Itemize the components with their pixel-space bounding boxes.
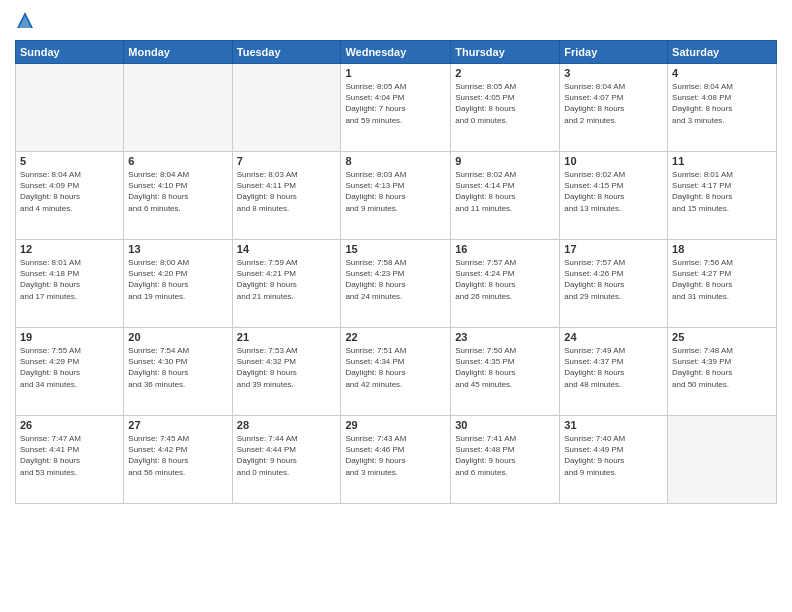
day-cell: 26Sunrise: 7:47 AMSunset: 4:41 PMDayligh…	[16, 416, 124, 504]
day-cell: 15Sunrise: 7:58 AMSunset: 4:23 PMDayligh…	[341, 240, 451, 328]
day-info: Sunrise: 7:50 AMSunset: 4:35 PMDaylight:…	[455, 345, 555, 390]
day-number: 27	[128, 419, 227, 431]
day-number: 11	[672, 155, 772, 167]
day-number: 26	[20, 419, 119, 431]
day-cell: 24Sunrise: 7:49 AMSunset: 4:37 PMDayligh…	[560, 328, 668, 416]
day-number: 3	[564, 67, 663, 79]
weekday-header-wednesday: Wednesday	[341, 41, 451, 64]
day-number: 8	[345, 155, 446, 167]
day-info: Sunrise: 7:41 AMSunset: 4:48 PMDaylight:…	[455, 433, 555, 478]
day-number: 23	[455, 331, 555, 343]
day-info: Sunrise: 8:01 AMSunset: 4:17 PMDaylight:…	[672, 169, 772, 214]
day-number: 5	[20, 155, 119, 167]
header	[15, 10, 777, 32]
day-cell	[124, 64, 232, 152]
day-cell: 23Sunrise: 7:50 AMSunset: 4:35 PMDayligh…	[451, 328, 560, 416]
day-number: 10	[564, 155, 663, 167]
week-row-2: 5Sunrise: 8:04 AMSunset: 4:09 PMDaylight…	[16, 152, 777, 240]
day-cell	[16, 64, 124, 152]
day-cell: 29Sunrise: 7:43 AMSunset: 4:46 PMDayligh…	[341, 416, 451, 504]
day-number: 30	[455, 419, 555, 431]
day-info: Sunrise: 8:02 AMSunset: 4:14 PMDaylight:…	[455, 169, 555, 214]
day-info: Sunrise: 8:05 AMSunset: 4:05 PMDaylight:…	[455, 81, 555, 126]
day-cell: 1Sunrise: 8:05 AMSunset: 4:04 PMDaylight…	[341, 64, 451, 152]
day-number: 20	[128, 331, 227, 343]
day-number: 4	[672, 67, 772, 79]
weekday-header-sunday: Sunday	[16, 41, 124, 64]
day-cell	[232, 64, 341, 152]
weekday-header-friday: Friday	[560, 41, 668, 64]
day-cell: 22Sunrise: 7:51 AMSunset: 4:34 PMDayligh…	[341, 328, 451, 416]
week-row-5: 26Sunrise: 7:47 AMSunset: 4:41 PMDayligh…	[16, 416, 777, 504]
day-cell: 16Sunrise: 7:57 AMSunset: 4:24 PMDayligh…	[451, 240, 560, 328]
day-number: 17	[564, 243, 663, 255]
day-cell: 3Sunrise: 8:04 AMSunset: 4:07 PMDaylight…	[560, 64, 668, 152]
day-cell: 27Sunrise: 7:45 AMSunset: 4:42 PMDayligh…	[124, 416, 232, 504]
day-info: Sunrise: 8:03 AMSunset: 4:13 PMDaylight:…	[345, 169, 446, 214]
day-cell	[668, 416, 777, 504]
day-cell: 11Sunrise: 8:01 AMSunset: 4:17 PMDayligh…	[668, 152, 777, 240]
weekday-header-thursday: Thursday	[451, 41, 560, 64]
day-number: 28	[237, 419, 337, 431]
day-cell: 28Sunrise: 7:44 AMSunset: 4:44 PMDayligh…	[232, 416, 341, 504]
day-number: 22	[345, 331, 446, 343]
weekday-header-monday: Monday	[124, 41, 232, 64]
day-info: Sunrise: 7:56 AMSunset: 4:27 PMDaylight:…	[672, 257, 772, 302]
day-number: 14	[237, 243, 337, 255]
day-info: Sunrise: 8:00 AMSunset: 4:20 PMDaylight:…	[128, 257, 227, 302]
day-cell: 25Sunrise: 7:48 AMSunset: 4:39 PMDayligh…	[668, 328, 777, 416]
day-number: 7	[237, 155, 337, 167]
day-info: Sunrise: 7:43 AMSunset: 4:46 PMDaylight:…	[345, 433, 446, 478]
day-cell: 8Sunrise: 8:03 AMSunset: 4:13 PMDaylight…	[341, 152, 451, 240]
day-cell: 31Sunrise: 7:40 AMSunset: 4:49 PMDayligh…	[560, 416, 668, 504]
day-number: 12	[20, 243, 119, 255]
weekday-header-saturday: Saturday	[668, 41, 777, 64]
day-info: Sunrise: 8:05 AMSunset: 4:04 PMDaylight:…	[345, 81, 446, 126]
day-cell: 13Sunrise: 8:00 AMSunset: 4:20 PMDayligh…	[124, 240, 232, 328]
day-cell: 21Sunrise: 7:53 AMSunset: 4:32 PMDayligh…	[232, 328, 341, 416]
logo-icon	[15, 10, 35, 32]
day-number: 15	[345, 243, 446, 255]
day-cell: 18Sunrise: 7:56 AMSunset: 4:27 PMDayligh…	[668, 240, 777, 328]
day-info: Sunrise: 7:59 AMSunset: 4:21 PMDaylight:…	[237, 257, 337, 302]
day-info: Sunrise: 8:01 AMSunset: 4:18 PMDaylight:…	[20, 257, 119, 302]
day-cell: 5Sunrise: 8:04 AMSunset: 4:09 PMDaylight…	[16, 152, 124, 240]
day-number: 21	[237, 331, 337, 343]
day-info: Sunrise: 7:57 AMSunset: 4:26 PMDaylight:…	[564, 257, 663, 302]
day-info: Sunrise: 8:04 AMSunset: 4:09 PMDaylight:…	[20, 169, 119, 214]
day-cell: 6Sunrise: 8:04 AMSunset: 4:10 PMDaylight…	[124, 152, 232, 240]
day-info: Sunrise: 7:47 AMSunset: 4:41 PMDaylight:…	[20, 433, 119, 478]
day-number: 13	[128, 243, 227, 255]
day-cell: 20Sunrise: 7:54 AMSunset: 4:30 PMDayligh…	[124, 328, 232, 416]
day-cell: 17Sunrise: 7:57 AMSunset: 4:26 PMDayligh…	[560, 240, 668, 328]
day-cell: 7Sunrise: 8:03 AMSunset: 4:11 PMDaylight…	[232, 152, 341, 240]
day-info: Sunrise: 7:54 AMSunset: 4:30 PMDaylight:…	[128, 345, 227, 390]
day-cell: 30Sunrise: 7:41 AMSunset: 4:48 PMDayligh…	[451, 416, 560, 504]
weekday-header-tuesday: Tuesday	[232, 41, 341, 64]
weekday-header-row: SundayMondayTuesdayWednesdayThursdayFrid…	[16, 41, 777, 64]
week-row-1: 1Sunrise: 8:05 AMSunset: 4:04 PMDaylight…	[16, 64, 777, 152]
day-info: Sunrise: 7:57 AMSunset: 4:24 PMDaylight:…	[455, 257, 555, 302]
week-row-3: 12Sunrise: 8:01 AMSunset: 4:18 PMDayligh…	[16, 240, 777, 328]
day-info: Sunrise: 8:04 AMSunset: 4:07 PMDaylight:…	[564, 81, 663, 126]
day-info: Sunrise: 8:02 AMSunset: 4:15 PMDaylight:…	[564, 169, 663, 214]
day-info: Sunrise: 7:40 AMSunset: 4:49 PMDaylight:…	[564, 433, 663, 478]
calendar: SundayMondayTuesdayWednesdayThursdayFrid…	[15, 40, 777, 504]
day-number: 25	[672, 331, 772, 343]
day-number: 19	[20, 331, 119, 343]
day-number: 31	[564, 419, 663, 431]
day-info: Sunrise: 7:51 AMSunset: 4:34 PMDaylight:…	[345, 345, 446, 390]
day-info: Sunrise: 7:44 AMSunset: 4:44 PMDaylight:…	[237, 433, 337, 478]
day-info: Sunrise: 8:04 AMSunset: 4:08 PMDaylight:…	[672, 81, 772, 126]
day-cell: 9Sunrise: 8:02 AMSunset: 4:14 PMDaylight…	[451, 152, 560, 240]
day-number: 6	[128, 155, 227, 167]
day-cell: 2Sunrise: 8:05 AMSunset: 4:05 PMDaylight…	[451, 64, 560, 152]
day-info: Sunrise: 7:58 AMSunset: 4:23 PMDaylight:…	[345, 257, 446, 302]
day-info: Sunrise: 8:03 AMSunset: 4:11 PMDaylight:…	[237, 169, 337, 214]
logo	[15, 10, 39, 32]
day-info: Sunrise: 7:49 AMSunset: 4:37 PMDaylight:…	[564, 345, 663, 390]
day-info: Sunrise: 7:48 AMSunset: 4:39 PMDaylight:…	[672, 345, 772, 390]
day-cell: 10Sunrise: 8:02 AMSunset: 4:15 PMDayligh…	[560, 152, 668, 240]
day-info: Sunrise: 7:53 AMSunset: 4:32 PMDaylight:…	[237, 345, 337, 390]
day-cell: 4Sunrise: 8:04 AMSunset: 4:08 PMDaylight…	[668, 64, 777, 152]
